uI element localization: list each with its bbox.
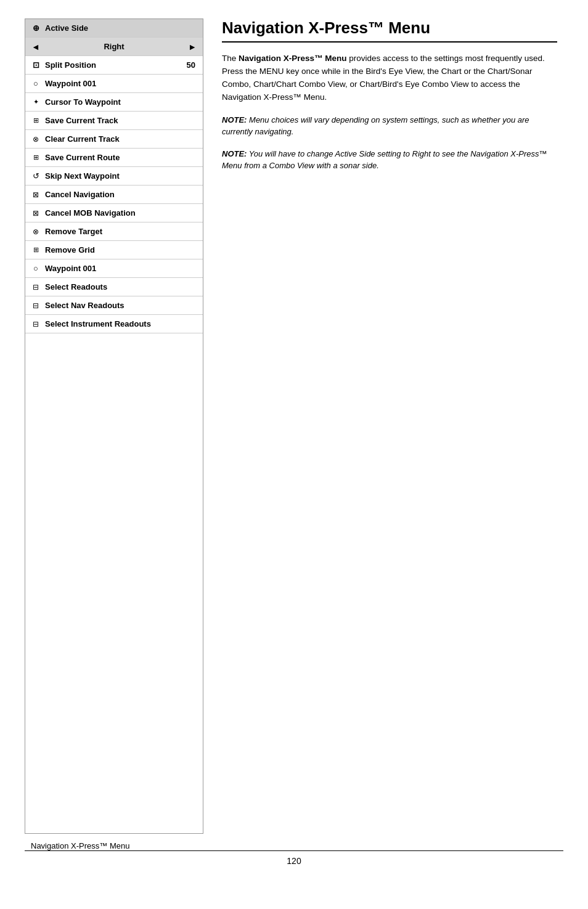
- nav-row[interactable]: ◄ Right ►: [25, 38, 203, 56]
- menu-item-save-current-track[interactable]: Save Current Track: [25, 112, 203, 130]
- menu-item-cancel-mob-navigation[interactable]: Cancel MOB Navigation: [25, 204, 203, 222]
- cursor-icon: [30, 97, 41, 108]
- split-position-row[interactable]: Split Position 50: [25, 56, 203, 75]
- select-readouts-label: Select Readouts: [45, 282, 107, 291]
- cursor-to-waypoint-label: Cursor To Waypoint: [45, 97, 121, 107]
- menu-item-cursor-to-waypoint[interactable]: Cursor To Waypoint: [25, 93, 203, 112]
- remove-grid-icon: [30, 245, 41, 256]
- note1-paragraph: NOTE: Menu choices will vary depending o…: [222, 114, 557, 138]
- select-nav-readouts-label: Select Nav Readouts: [45, 301, 125, 310]
- cancel-mob-navigation-label: Cancel MOB Navigation: [45, 208, 136, 218]
- figure-caption: Navigation X-Press™ Menu: [25, 841, 563, 850]
- page-title: Navigation X-Press™ Menu: [222, 18, 557, 43]
- split-position-icon: [30, 60, 41, 71]
- note2-text: You will have to change Active Side sett…: [222, 149, 547, 171]
- nav-right-label: Right: [104, 42, 124, 51]
- select-inst-readouts-icon: [30, 319, 41, 330]
- note2-paragraph: NOTE: You will have to change Active Sid…: [222, 148, 557, 172]
- active-side-icon: [30, 23, 41, 34]
- save-track-icon: [30, 115, 41, 126]
- split-value: 50: [187, 60, 198, 70]
- save-route-icon: [30, 152, 41, 163]
- left-arrow[interactable]: ◄: [31, 42, 40, 52]
- save-current-track-label: Save Current Track: [45, 116, 118, 125]
- content-area: Active Side ◄ Right ► Split Position 50 …: [25, 18, 563, 834]
- split-position-label: Split Position: [45, 60, 96, 70]
- cancel-mob-icon: [30, 208, 41, 219]
- menu-item-cancel-navigation[interactable]: Cancel Navigation: [25, 185, 203, 204]
- menu-item-select-instrument-readouts[interactable]: Select Instrument Readouts: [25, 315, 203, 333]
- waypoint2-icon: [30, 263, 41, 274]
- menu-item-waypoint001b[interactable]: Waypoint 001: [25, 259, 203, 278]
- remove-target-label: Remove Target: [45, 227, 102, 236]
- waypoint001-label: Waypoint 001: [45, 79, 96, 88]
- menu-item-save-current-route[interactable]: Save Current Route: [25, 149, 203, 167]
- page-container: Active Side ◄ Right ► Split Position 50 …: [0, 0, 588, 909]
- note1-label: NOTE:: [222, 115, 247, 124]
- skip-next-waypoint-label: Skip Next Waypoint: [45, 171, 120, 181]
- menu-item-waypoint001[interactable]: Waypoint 001: [25, 75, 203, 93]
- clear-current-track-label: Clear Current Track: [45, 134, 120, 144]
- remove-grid-label: Remove Grid: [45, 245, 95, 255]
- waypoint-icon: [30, 78, 41, 89]
- note1-text: Menu choices will vary depending on syst…: [222, 115, 529, 137]
- select-instrument-readouts-label: Select Instrument Readouts: [45, 319, 151, 328]
- menu-item-remove-grid[interactable]: Remove Grid: [25, 241, 203, 259]
- remove-target-icon: [30, 226, 41, 237]
- active-side-header: Active Side: [25, 19, 203, 38]
- right-content: Navigation X-Press™ Menu The Navigation …: [216, 18, 563, 834]
- select-nav-readouts-icon: [30, 300, 41, 311]
- skip-waypoint-icon: [30, 171, 41, 182]
- note2-label: NOTE:: [222, 149, 247, 158]
- intro-paragraph: The Navigation X-Press™ Menu provides ac…: [222, 52, 557, 104]
- menu-item-skip-next-waypoint[interactable]: Skip Next Waypoint: [25, 167, 203, 185]
- save-current-route-label: Save Current Route: [45, 153, 120, 162]
- cancel-navigation-label: Cancel Navigation: [45, 190, 115, 199]
- page-footer: 120: [25, 850, 563, 872]
- waypoint001b-label: Waypoint 001: [45, 264, 96, 273]
- page-number: 120: [287, 856, 301, 866]
- select-readouts-icon: [30, 282, 41, 293]
- clear-track-icon: [30, 134, 41, 145]
- menu-item-select-readouts[interactable]: Select Readouts: [25, 278, 203, 296]
- left-panel: Active Side ◄ Right ► Split Position 50 …: [25, 18, 203, 834]
- menu-item-select-nav-readouts[interactable]: Select Nav Readouts: [25, 296, 203, 315]
- menu-item-clear-current-track[interactable]: Clear Current Track: [25, 130, 203, 149]
- cancel-navigation-icon: [30, 189, 41, 200]
- menu-item-remove-target[interactable]: Remove Target: [25, 222, 203, 241]
- active-side-label: Active Side: [45, 23, 88, 33]
- right-arrow[interactable]: ►: [188, 42, 197, 52]
